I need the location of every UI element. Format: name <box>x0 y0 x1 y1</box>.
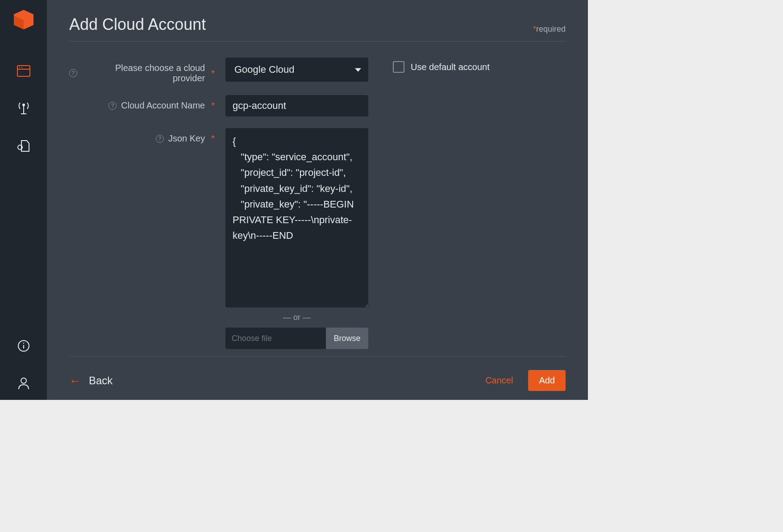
svg-point-3 <box>21 67 22 68</box>
label-provider: Please choose a cloud provider <box>82 63 205 83</box>
required-note: *required <box>531 25 566 34</box>
add-button[interactable]: Add <box>528 370 566 391</box>
provider-select[interactable]: Google Cloud <box>225 58 368 82</box>
help-icon[interactable]: ? <box>156 135 164 143</box>
sidebar <box>0 0 47 400</box>
use-default-label: Use default account <box>411 62 490 72</box>
or-divider: — or — <box>225 313 368 322</box>
label-json-key: Json Key <box>168 133 205 144</box>
label-account-name: Cloud Account Name <box>121 100 205 111</box>
help-icon[interactable]: ? <box>69 69 77 77</box>
required-asterisk: * <box>211 100 215 111</box>
json-key-textarea[interactable] <box>225 128 368 308</box>
main-content: Add Cloud Account *required ? Please cho… <box>47 0 588 400</box>
use-default-checkbox[interactable] <box>393 61 404 73</box>
required-asterisk: * <box>211 68 215 79</box>
svg-point-9 <box>21 378 26 383</box>
info-icon[interactable] <box>16 338 31 353</box>
required-asterisk: * <box>211 133 215 144</box>
help-icon[interactable]: ? <box>108 102 117 110</box>
account-name-input[interactable] <box>225 95 368 116</box>
arrow-left-icon: ← <box>69 375 81 387</box>
nav-item-documents[interactable] <box>16 138 31 154</box>
browse-button[interactable]: Browse <box>326 328 368 349</box>
file-name-input[interactable]: Choose file <box>225 328 326 349</box>
svg-point-4 <box>23 104 25 106</box>
nav-item-communications[interactable] <box>16 101 31 116</box>
cancel-button[interactable]: Cancel <box>485 375 513 386</box>
back-button[interactable]: ← Back <box>69 374 112 387</box>
page-title: Add Cloud Account <box>69 15 206 34</box>
svg-point-8 <box>23 343 24 344</box>
nav-item-applications[interactable] <box>16 63 31 79</box>
user-icon[interactable] <box>16 376 31 391</box>
chevron-down-icon <box>355 68 361 72</box>
svg-point-2 <box>19 67 20 68</box>
brand-logo <box>12 10 35 37</box>
